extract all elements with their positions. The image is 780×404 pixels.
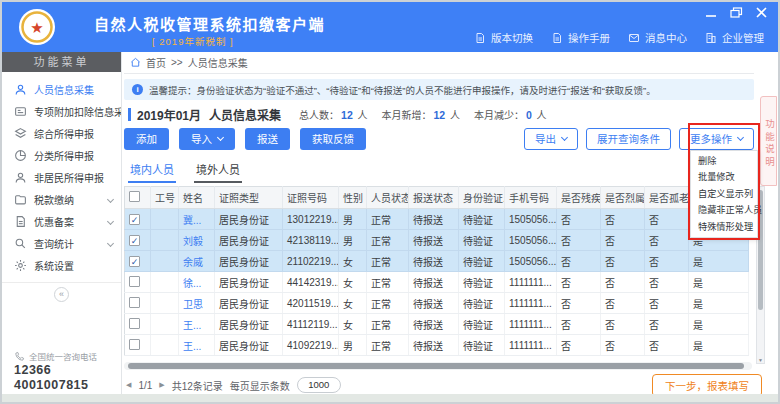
sidebar-item[interactable]: 税款缴纳 (2, 188, 121, 210)
name-cell[interactable]: 王... (179, 335, 215, 356)
table-cell: 否 (601, 335, 645, 356)
menu-item-批量修改[interactable]: 批量修改 (691, 169, 757, 185)
horizontal-scrollbar-thumb[interactable] (128, 363, 744, 369)
sidebar-item-label: 非居民所得申报 (34, 170, 104, 185)
table-cell: 居民身份证 (215, 314, 283, 335)
table-cell: 是 (689, 314, 749, 335)
sidebar-item[interactable]: 专项附加扣除信息采集 (2, 100, 121, 122)
stat-item: 总人数：12 人 (299, 107, 367, 122)
table-cell: 正常 (367, 251, 409, 272)
page-title: 人员信息采集 (209, 106, 281, 123)
next-page-icon[interactable]: ▶ (159, 381, 164, 389)
titlebar-menu-item[interactable]: 版本切换 (474, 30, 533, 45)
row-checkbox[interactable] (129, 339, 140, 350)
chevron-down-icon (107, 240, 114, 247)
tab-境内人员[interactable]: 境内人员 (128, 158, 176, 183)
row-checkbox[interactable] (129, 276, 140, 287)
row-checkbox[interactable] (129, 297, 140, 308)
per-page-input[interactable]: 1000 (297, 377, 341, 393)
sidebar-item[interactable]: 综合所得申报 (2, 122, 121, 144)
building-icon (705, 32, 717, 44)
page-indicator: 1/1 (138, 380, 152, 391)
scroll-down-icon[interactable]: ▼ (758, 357, 763, 363)
next-step-button[interactable]: 下一步，报表填写 (652, 374, 762, 397)
menu-item-删除[interactable]: 删除 (691, 153, 757, 169)
hotline-number: 12366 (14, 363, 97, 377)
sidebar-item[interactable]: 查询统计 (2, 232, 121, 254)
titlebar-menu-item[interactable]: 企业管理 (705, 30, 764, 45)
prev-page-icon[interactable]: ◀ (126, 381, 131, 389)
sidebar-item[interactable]: 非居民所得申报 (2, 166, 121, 188)
toolbar-button-导出[interactable]: 导出 (524, 128, 578, 150)
table-cell: 男 (339, 335, 367, 356)
toolbar-button-添加[interactable]: 添加 (124, 128, 169, 150)
main-content: 首页 >> 人员信息采集 i 温馨提示：身份验证状态为“验证不通过”、“待验证”… (122, 52, 778, 396)
row-checkbox-cell: ✓ (125, 230, 151, 251)
titlebar-menu-item[interactable]: 操作手册 (551, 30, 610, 45)
table-cell: 否 (557, 209, 601, 230)
table-cell: 女 (339, 314, 367, 335)
table-row[interactable]: 王...居民身份证41112119...女正常待报送待验证1111111...否… (125, 314, 749, 335)
name-cell[interactable]: 王... (179, 314, 215, 335)
sidebar-item[interactable]: 系统设置 (2, 254, 121, 276)
side-tab-function-note[interactable]: 功能说明 (760, 96, 777, 186)
name-link[interactable]: 刘毅 (183, 236, 203, 247)
restore-icon[interactable] (730, 7, 743, 18)
chevron-down-icon (107, 218, 114, 225)
table-cell: 正常 (367, 293, 409, 314)
table-cell: 男 (339, 209, 367, 230)
table-cell: 待报送 (409, 293, 459, 314)
toolbar-button-展开查询条件[interactable]: 展开查询条件 (586, 128, 671, 150)
sidebar-item[interactable]: 分类所得申报 (2, 144, 121, 166)
name-link[interactable]: 王... (183, 320, 201, 331)
column-header: 证照号码 (283, 187, 339, 209)
table-row[interactable]: 王...居民身份证41092219...男正常待报送待验证1111111...否… (125, 335, 749, 356)
row-checkbox[interactable] (129, 318, 140, 329)
row-checkbox[interactable]: ✓ (129, 235, 140, 246)
minimize-icon[interactable] (705, 7, 718, 18)
table-row[interactable]: ✓刘毅居民身份证42138119...男正常待报送待验证1505056...否否… (125, 230, 749, 251)
table-row[interactable]: 卫思居民身份证42011519...女正常待报送待验证1111111...否否否… (125, 293, 749, 314)
close-icon[interactable] (755, 7, 768, 18)
titlebar-menu-label: 消息中心 (645, 30, 687, 45)
name-cell[interactable]: 卫思 (179, 293, 215, 314)
breadcrumb-current: 人员信息采集 (188, 55, 248, 70)
titlebar-menu-item[interactable]: 消息中心 (628, 30, 687, 45)
row-checkbox[interactable]: ✓ (129, 256, 140, 267)
breadcrumb-home[interactable]: 首页 (146, 55, 166, 70)
collapse-sidebar-icon[interactable]: « (54, 287, 69, 302)
name-link[interactable]: 冀... (183, 215, 201, 226)
name-cell[interactable]: 余威 (179, 251, 215, 272)
header-checkbox[interactable] (129, 191, 140, 202)
table-row[interactable]: ✓余威居民身份证21102219...女正常待报送待验证1505056...否否… (125, 251, 749, 272)
table-row[interactable]: 徐...居民身份证44142319...女正常待报送待验证1111111...否… (125, 272, 749, 293)
toolbar-button-报送[interactable]: 报送 (245, 128, 290, 150)
row-checkbox-cell (125, 314, 151, 335)
toolbar-button-导入[interactable]: 导入 (179, 128, 235, 150)
menu-item-隐藏非正常人员[interactable]: 隐藏非正常人员 (691, 202, 757, 218)
toolbar-button-获取反馈[interactable]: 获取反馈 (300, 128, 366, 150)
name-cell[interactable]: 徐... (179, 272, 215, 293)
name-link[interactable]: 王... (183, 341, 201, 352)
user-icon (14, 83, 27, 96)
table-cell: 待报送 (409, 251, 459, 272)
table-cell: 待验证 (459, 314, 505, 335)
tab-境外人员[interactable]: 境外人员 (194, 158, 242, 183)
menu-item-特殊情形处理[interactable]: 特殊情形处理 (691, 219, 757, 235)
table-cell: 待报送 (409, 314, 459, 335)
button-label: 报送 (257, 131, 278, 146)
name-link[interactable]: 余威 (183, 257, 203, 268)
name-cell[interactable]: 刘毅 (179, 230, 215, 251)
toolbar-button-更多操作[interactable]: 更多操作 (679, 128, 754, 150)
table-cell: 1505056... (505, 230, 557, 251)
name-link[interactable]: 卫思 (183, 299, 203, 310)
table-row[interactable]: ✓冀...居民身份证13012219...男正常待报送待验证1505056...… (125, 209, 749, 230)
sidebar-item[interactable]: 人员信息采集 (2, 78, 121, 100)
name-cell[interactable]: 冀... (179, 209, 215, 230)
stat-unit: 人 (355, 110, 368, 121)
row-checkbox[interactable]: ✓ (129, 214, 140, 225)
menu-item-自定义显示列[interactable]: 自定义显示列 (691, 186, 757, 202)
sidebar-item[interactable]: 优惠备案 (2, 210, 121, 232)
name-link[interactable]: 徐... (183, 278, 201, 289)
horizontal-scrollbar[interactable] (124, 362, 752, 370)
